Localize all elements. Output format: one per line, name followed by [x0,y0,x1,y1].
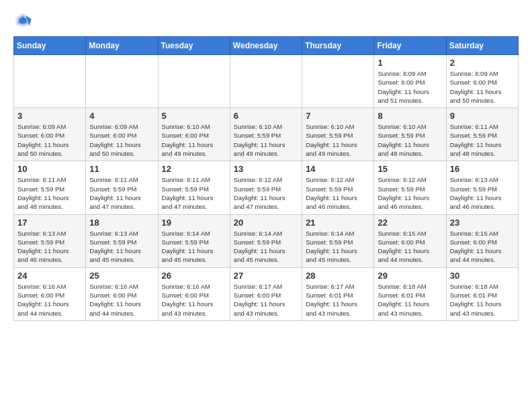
day-info: Sunrise: 6:13 AM Sunset: 5:59 PM Dayligh… [17,229,82,265]
day-info: Sunrise: 6:14 AM Sunset: 5:59 PM Dayligh… [234,229,298,265]
weekday-monday: Monday [86,37,158,55]
day-number: 23 [450,218,515,228]
day-cell: 15Sunrise: 6:12 AM Sunset: 5:59 PM Dayli… [374,161,446,214]
day-number: 5 [162,111,226,121]
day-number: 7 [306,111,370,121]
logo-icon [13,11,32,30]
day-info: Sunrise: 6:09 AM Sunset: 6:00 PM Dayligh… [378,69,442,105]
day-info: Sunrise: 6:16 AM Sunset: 6:00 PM Dayligh… [89,282,154,318]
page: SundayMondayTuesdayWednesdayThursdayFrid… [0,0,532,334]
weekday-wednesday: Wednesday [230,37,302,55]
day-cell [302,55,374,108]
day-cell [158,55,230,108]
day-info: Sunrise: 6:09 AM Sunset: 6:00 PM Dayligh… [450,69,515,105]
day-info: Sunrise: 6:16 AM Sunset: 6:00 PM Dayligh… [162,282,226,318]
day-cell: 22Sunrise: 6:15 AM Sunset: 6:00 PM Dayli… [374,214,446,267]
day-info: Sunrise: 6:11 AM Sunset: 5:59 PM Dayligh… [17,175,82,211]
day-cell: 7Sunrise: 6:10 AM Sunset: 5:59 PM Daylig… [302,108,374,161]
day-cell [230,55,302,108]
day-cell: 10Sunrise: 6:11 AM Sunset: 5:59 PM Dayli… [14,161,86,214]
day-cell: 4Sunrise: 6:09 AM Sunset: 6:00 PM Daylig… [86,108,158,161]
week-row-3: 17Sunrise: 6:13 AM Sunset: 5:59 PM Dayli… [14,214,519,267]
day-info: Sunrise: 6:13 AM Sunset: 5:59 PM Dayligh… [450,175,515,211]
weekday-tuesday: Tuesday [158,37,230,55]
calendar-table: SundayMondayTuesdayWednesdayThursdayFrid… [13,36,519,321]
day-info: Sunrise: 6:17 AM Sunset: 6:01 PM Dayligh… [306,282,370,318]
day-info: Sunrise: 6:10 AM Sunset: 5:59 PM Dayligh… [306,122,370,158]
day-info: Sunrise: 6:14 AM Sunset: 5:59 PM Dayligh… [162,229,226,265]
day-info: Sunrise: 6:12 AM Sunset: 5:59 PM Dayligh… [306,175,370,211]
day-cell: 30Sunrise: 6:18 AM Sunset: 6:01 PM Dayli… [446,267,518,320]
week-row-4: 24Sunrise: 6:16 AM Sunset: 6:00 PM Dayli… [14,267,519,320]
weekday-sunday: Sunday [14,37,86,55]
day-cell: 20Sunrise: 6:14 AM Sunset: 5:59 PM Dayli… [230,214,302,267]
day-cell: 25Sunrise: 6:16 AM Sunset: 6:00 PM Dayli… [86,267,158,320]
day-cell: 23Sunrise: 6:15 AM Sunset: 6:00 PM Dayli… [446,214,518,267]
day-info: Sunrise: 6:11 AM Sunset: 5:59 PM Dayligh… [450,122,515,158]
day-number: 10 [17,164,82,174]
day-info: Sunrise: 6:11 AM Sunset: 5:59 PM Dayligh… [89,175,154,211]
week-row-2: 10Sunrise: 6:11 AM Sunset: 5:59 PM Dayli… [14,161,519,214]
day-number: 26 [162,271,226,281]
logo [13,11,35,30]
day-cell: 3Sunrise: 6:09 AM Sunset: 6:00 PM Daylig… [14,108,86,161]
week-row-1: 3Sunrise: 6:09 AM Sunset: 6:00 PM Daylig… [14,108,519,161]
day-number: 24 [17,271,82,281]
day-number: 21 [306,218,370,228]
day-cell [14,55,86,108]
day-cell: 9Sunrise: 6:11 AM Sunset: 5:59 PM Daylig… [446,108,518,161]
day-number: 17 [17,218,82,228]
weekday-saturday: Saturday [446,37,518,55]
day-cell [86,55,158,108]
day-cell: 17Sunrise: 6:13 AM Sunset: 5:59 PM Dayli… [14,214,86,267]
day-number: 29 [378,271,442,281]
day-cell: 8Sunrise: 6:10 AM Sunset: 5:59 PM Daylig… [374,108,446,161]
day-cell: 21Sunrise: 6:14 AM Sunset: 5:59 PM Dayli… [302,214,374,267]
day-number: 2 [450,58,515,68]
day-info: Sunrise: 6:12 AM Sunset: 5:59 PM Dayligh… [234,175,298,211]
day-info: Sunrise: 6:09 AM Sunset: 6:00 PM Dayligh… [89,122,154,158]
day-number: 20 [234,218,298,228]
day-number: 15 [378,164,442,174]
day-info: Sunrise: 6:15 AM Sunset: 6:00 PM Dayligh… [378,229,442,265]
day-cell: 5Sunrise: 6:10 AM Sunset: 6:00 PM Daylig… [158,108,230,161]
day-info: Sunrise: 6:10 AM Sunset: 6:00 PM Dayligh… [162,122,226,158]
day-number: 28 [306,271,370,281]
day-number: 18 [89,218,154,228]
day-cell: 18Sunrise: 6:13 AM Sunset: 5:59 PM Dayli… [86,214,158,267]
day-cell: 19Sunrise: 6:14 AM Sunset: 5:59 PM Dayli… [158,214,230,267]
day-info: Sunrise: 6:14 AM Sunset: 5:59 PM Dayligh… [306,229,370,265]
week-row-0: 1Sunrise: 6:09 AM Sunset: 6:00 PM Daylig… [14,55,519,108]
day-info: Sunrise: 6:16 AM Sunset: 6:00 PM Dayligh… [17,282,82,318]
day-info: Sunrise: 6:11 AM Sunset: 5:59 PM Dayligh… [162,175,226,211]
day-number: 11 [89,164,154,174]
day-number: 22 [378,218,442,228]
day-number: 1 [378,58,442,68]
day-info: Sunrise: 6:10 AM Sunset: 5:59 PM Dayligh… [378,122,442,158]
day-info: Sunrise: 6:10 AM Sunset: 5:59 PM Dayligh… [234,122,298,158]
day-cell: 11Sunrise: 6:11 AM Sunset: 5:59 PM Dayli… [86,161,158,214]
day-cell: 28Sunrise: 6:17 AM Sunset: 6:01 PM Dayli… [302,267,374,320]
day-info: Sunrise: 6:13 AM Sunset: 5:59 PM Dayligh… [89,229,154,265]
day-number: 6 [234,111,298,121]
day-number: 12 [162,164,226,174]
day-cell: 2Sunrise: 6:09 AM Sunset: 6:00 PM Daylig… [446,55,518,108]
day-cell: 12Sunrise: 6:11 AM Sunset: 5:59 PM Dayli… [158,161,230,214]
day-cell: 1Sunrise: 6:09 AM Sunset: 6:00 PM Daylig… [374,55,446,108]
day-info: Sunrise: 6:18 AM Sunset: 6:01 PM Dayligh… [378,282,442,318]
day-number: 13 [234,164,298,174]
day-cell: 14Sunrise: 6:12 AM Sunset: 5:59 PM Dayli… [302,161,374,214]
day-info: Sunrise: 6:17 AM Sunset: 6:00 PM Dayligh… [234,282,298,318]
day-info: Sunrise: 6:15 AM Sunset: 6:00 PM Dayligh… [450,229,515,265]
weekday-header-row: SundayMondayTuesdayWednesdayThursdayFrid… [14,37,519,55]
weekday-friday: Friday [374,37,446,55]
day-number: 4 [89,111,154,121]
day-info: Sunrise: 6:12 AM Sunset: 5:59 PM Dayligh… [378,175,442,211]
day-cell: 16Sunrise: 6:13 AM Sunset: 5:59 PM Dayli… [446,161,518,214]
day-number: 27 [234,271,298,281]
day-number: 8 [378,111,442,121]
day-cell: 27Sunrise: 6:17 AM Sunset: 6:00 PM Dayli… [230,267,302,320]
day-cell: 29Sunrise: 6:18 AM Sunset: 6:01 PM Dayli… [374,267,446,320]
day-cell: 6Sunrise: 6:10 AM Sunset: 5:59 PM Daylig… [230,108,302,161]
day-cell: 13Sunrise: 6:12 AM Sunset: 5:59 PM Dayli… [230,161,302,214]
